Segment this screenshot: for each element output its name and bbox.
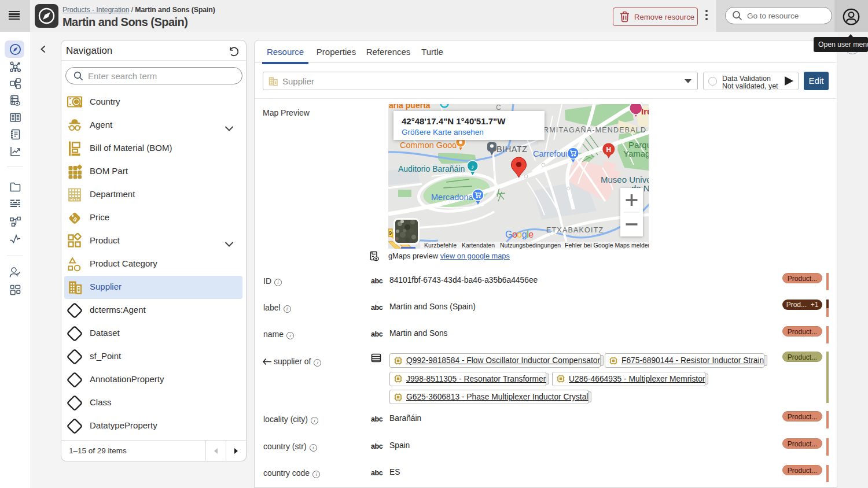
- svg-text:H: H: [606, 146, 611, 154]
- svg-text:Kurzbefehle: Kurzbefehle: [424, 242, 457, 249]
- svg-text:Größere Karte ansehen: Größere Karte ansehen: [402, 128, 484, 136]
- svg-text:9: 9: [389, 230, 392, 236]
- svg-text:BIHATZ: BIHATZ: [496, 145, 527, 154]
- svg-text:Kartendaten: Kartendaten: [462, 242, 495, 249]
- svg-text:Iru: Iru: [641, 106, 649, 116]
- svg-text:Auditorio Barañáin: Auditorio Barañáin: [398, 164, 465, 173]
- svg-text:Google: Google: [505, 230, 534, 239]
- svg-text:♪: ♪: [471, 163, 475, 170]
- svg-text:Common Good: Common Good: [400, 141, 457, 150]
- svg-text:Fehler bei Google Maps melden: Fehler bei Google Maps melden: [565, 242, 649, 249]
- svg-text:42°48'17.4"N 1°40'51.7"W: 42°48'17.4"N 1°40'51.7"W: [402, 116, 506, 126]
- svg-text:Mercadona: Mercadona: [431, 193, 473, 202]
- svg-text:Carrefour: Carrefour: [533, 149, 568, 158]
- svg-text:Nutzungsbedingungen: Nutzungsbedingungen: [500, 242, 561, 249]
- svg-text:Yamagu: Yamagu: [623, 149, 649, 158]
- svg-text:C: C: [496, 104, 501, 112]
- svg-text:aría puerta: aría puerta: [389, 104, 431, 110]
- svg-text:RMITAGAÑA-MENDEBALD: RMITAGAÑA-MENDEBALD: [543, 126, 646, 134]
- svg-text:ETXABAKOITZ: ETXABAKOITZ: [546, 226, 604, 234]
